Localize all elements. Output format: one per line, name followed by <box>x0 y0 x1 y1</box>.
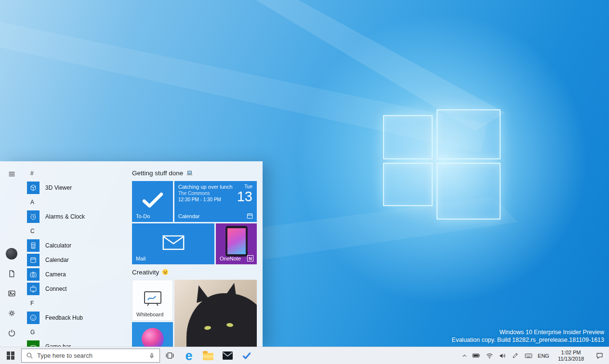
tile-mail[interactable]: Mail <box>132 223 214 264</box>
tile-todo[interactable]: To-Do <box>132 181 173 222</box>
pictures-icon <box>8 289 16 298</box>
user-account-button[interactable] <box>5 247 18 260</box>
task-view-button[interactable] <box>160 347 179 364</box>
tray-time: 1:02 PM <box>558 350 584 356</box>
expand-menu-button[interactable] <box>5 168 18 180</box>
pen-icon <box>512 352 519 359</box>
windows-logo-wallpaper <box>382 108 502 220</box>
header-label: G <box>30 329 35 336</box>
header-label: C <box>30 228 35 234</box>
calendar-glyph-icon <box>247 213 253 219</box>
app-label: Alarms & Clock <box>45 213 85 220</box>
tile-label: Whiteboard <box>136 312 163 317</box>
header-label: A <box>30 199 34 206</box>
onenote-promo-image <box>225 226 248 257</box>
clock[interactable]: 1:02 PM 11/13/2018 <box>552 347 590 364</box>
mail-envelope-icon <box>162 235 185 250</box>
app-label: Game bar <box>45 343 71 347</box>
laptop-emoji-icon <box>186 170 193 176</box>
start-menu: # 3D Viewer A Alarms & Clock C Calculato… <box>0 161 263 347</box>
start-app-list: # 3D Viewer A Alarms & Clock C Calculato… <box>23 161 132 347</box>
folder-icon <box>203 353 213 360</box>
app-item-calculator[interactable]: Calculator <box>26 238 132 253</box>
tile-label: To-Do <box>136 213 150 219</box>
volume-button[interactable] <box>496 347 509 364</box>
file-explorer-button[interactable] <box>199 347 218 364</box>
app-label: Calendar <box>45 257 69 263</box>
network-button[interactable] <box>483 347 496 364</box>
group-title-text: Getting stuff done <box>132 169 183 177</box>
power-icon <box>8 329 16 337</box>
tile-calendar[interactable]: Catching up over lunch The Commons 12:30… <box>174 181 257 222</box>
tile-group-title-1[interactable]: Getting stuff done <box>132 169 193 177</box>
start-menu-rail <box>0 161 23 347</box>
app-item-feedback-hub[interactable]: Feedback Hub <box>26 311 132 325</box>
app-list-header[interactable]: A <box>26 195 132 209</box>
mail-button[interactable] <box>218 347 237 364</box>
todo-button[interactable] <box>237 347 256 364</box>
window-pane <box>383 115 433 159</box>
app-label: Calculator <box>45 242 71 249</box>
document-icon <box>8 270 16 278</box>
app-item-calendar[interactable]: Calendar <box>26 253 132 267</box>
app-item-3d-viewer[interactable]: 3D Viewer <box>26 181 132 195</box>
user-avatar <box>6 248 17 260</box>
calendar-daydate: Tue 13 <box>237 184 252 204</box>
touch-keyboard-button[interactable] <box>522 347 535 364</box>
tile-photos-cat[interactable] <box>174 280 257 347</box>
pictures-button[interactable] <box>5 287 18 299</box>
app-list-header[interactable]: F <box>26 296 132 311</box>
app-item-alarms-clock[interactable]: Alarms & Clock <box>26 209 132 224</box>
search-input[interactable] <box>37 352 145 359</box>
edge-button[interactable]: e <box>179 347 199 364</box>
language-indicator[interactable]: ENG <box>535 347 552 364</box>
feedback-hub-icon <box>27 312 40 324</box>
speaker-icon <box>499 352 506 360</box>
header-label: F <box>30 300 34 307</box>
battery-icon <box>472 351 480 360</box>
cat-photo <box>186 293 257 347</box>
network-icon <box>486 352 493 360</box>
tile-group-title-2[interactable]: Creativity <box>132 268 169 276</box>
connect-icon <box>27 283 40 295</box>
start-button[interactable] <box>0 347 21 364</box>
colorful-blob-icon <box>142 328 164 347</box>
header-label: # <box>30 170 34 177</box>
microphone-icon[interactable] <box>148 352 155 360</box>
camera-icon <box>27 268 40 281</box>
tile-whiteboard[interactable]: Whiteboard <box>132 280 173 321</box>
pen-button[interactable] <box>509 347 522 364</box>
group-title-text: Creativity <box>132 269 159 276</box>
tile-label: OneNote <box>220 256 241 261</box>
app-list-header[interactable]: C <box>26 224 132 238</box>
tray-date: 11/13/2018 <box>558 356 584 362</box>
tile-partial[interactable] <box>132 322 173 347</box>
app-item-connect[interactable]: Connect <box>26 282 132 296</box>
calculator-icon <box>27 239 40 252</box>
app-item-camera[interactable]: Camera <box>26 267 132 282</box>
app-item-game-bar[interactable]: Game bar <box>26 339 132 347</box>
battery-button[interactable] <box>470 347 483 364</box>
calendar-date: 13 <box>237 189 252 204</box>
tile-onenote[interactable]: N OneNote <box>216 223 257 264</box>
documents-button[interactable] <box>5 267 18 280</box>
power-button[interactable] <box>5 326 18 339</box>
app-list-header[interactable]: G <box>26 325 132 339</box>
event-location: The Commons <box>178 190 237 196</box>
settings-button[interactable] <box>5 307 18 319</box>
whiteboard-icon <box>143 290 162 306</box>
app-list-header[interactable]: # <box>26 166 132 181</box>
app-label: 3D Viewer <box>45 184 72 191</box>
app-label: Feedback Hub <box>45 314 83 321</box>
taskbar-search[interactable] <box>21 349 160 363</box>
evaluation-watermark: Windows 10 Enterprise Insider Preview Ev… <box>452 328 604 344</box>
tray-overflow-button[interactable] <box>459 347 470 364</box>
search-icon <box>26 352 33 359</box>
hamburger-icon <box>8 170 16 178</box>
gear-icon <box>8 309 16 317</box>
action-center-button[interactable] <box>590 347 609 364</box>
action-center-icon <box>596 351 604 360</box>
calendar-event: Catching up over lunch The Commons 12:30… <box>178 184 237 203</box>
tile-label: Calendar <box>178 213 200 219</box>
3d-viewer-icon <box>27 182 40 194</box>
